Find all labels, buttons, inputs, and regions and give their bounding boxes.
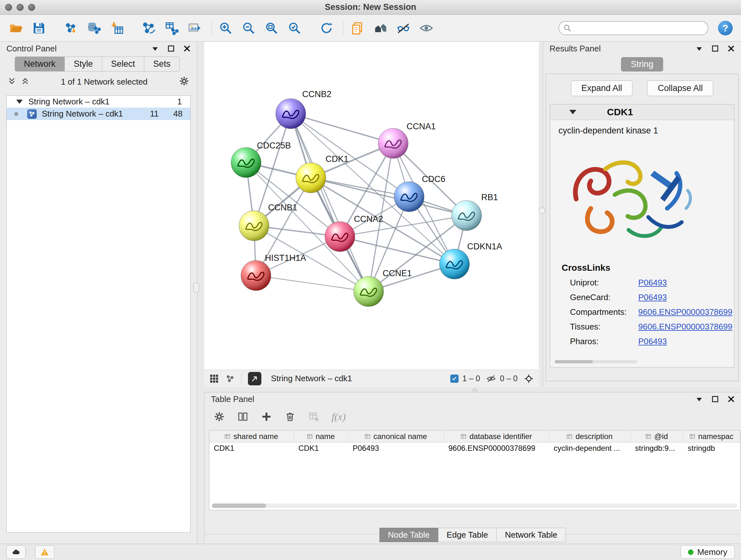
network-node-hist1h1a[interactable]: [241, 260, 271, 291]
zoom-fit-icon[interactable]: [264, 20, 279, 36]
share-network-icon[interactable]: [225, 374, 235, 383]
panel-close-icon[interactable]: [728, 45, 735, 52]
grid-layout-icon[interactable]: [209, 374, 219, 383]
bottom-splitter-handle[interactable]: [473, 388, 477, 393]
import-network-database-icon[interactable]: [86, 20, 102, 36]
results-horizontal-scrollbar[interactable]: [555, 360, 637, 363]
tab-node-table[interactable]: Node Table: [380, 528, 439, 542]
panel-close-icon[interactable]: [728, 395, 735, 402]
function-builder-icon[interactable]: f(x): [332, 411, 346, 423]
network-node-cdk1[interactable]: [296, 163, 326, 193]
network-node-cdc25b[interactable]: [231, 147, 261, 178]
panel-float-icon[interactable]: [712, 395, 719, 402]
table-horizontal-scrollbar[interactable]: [212, 503, 738, 508]
network-edge[interactable]: [291, 114, 368, 292]
zoom-out-icon[interactable]: [241, 20, 256, 36]
crosslink-link[interactable]: P06493: [638, 278, 667, 288]
import-table-icon[interactable]: [109, 20, 125, 36]
show-all-icon[interactable]: [419, 20, 434, 36]
memory-button[interactable]: Memory: [681, 545, 735, 559]
column-type-icon: [646, 432, 651, 441]
column-header-database-identifier[interactable]: database identifier: [444, 430, 549, 442]
open-in-window-button[interactable]: [248, 372, 261, 385]
network-edge[interactable]: [340, 237, 455, 264]
hide-selected-icon[interactable]: [396, 20, 411, 36]
crosshair-move-icon[interactable]: [524, 374, 534, 383]
network-node-rb1[interactable]: [452, 200, 482, 231]
column-header-description[interactable]: description: [549, 430, 630, 442]
expand-all-networks-icon[interactable]: [21, 77, 29, 86]
panel-collapse-icon[interactable]: [696, 395, 703, 402]
column-header-namespac[interactable]: namespac: [683, 430, 740, 442]
copy-document-icon[interactable]: [350, 20, 365, 36]
birds-eye-view-icon[interactable]: [373, 20, 388, 36]
panel-close-icon[interactable]: [184, 45, 191, 52]
crosslink-link[interactable]: 9606.ENSP00000378699: [638, 307, 732, 317]
panel-collapse-icon[interactable]: [696, 45, 703, 52]
help-button[interactable]: ?: [718, 21, 733, 36]
crosslink-link[interactable]: P06493: [638, 293, 667, 302]
gene-expand-icon[interactable]: [569, 110, 576, 114]
update-view-icon[interactable]: [319, 20, 334, 36]
panel-float-icon[interactable]: [167, 45, 175, 52]
network-graph[interactable]: CCNB2CCNA1CDC25BCDK1CDC6RB1CCNB1CCNA2CDK…: [204, 42, 539, 370]
search-input[interactable]: [558, 21, 709, 35]
scrollbar-thumb[interactable]: [555, 360, 593, 363]
network-collection-row[interactable]: String Network – cdk1 1: [7, 96, 190, 108]
column-header-canonical-name[interactable]: canonical name: [348, 430, 444, 442]
column-header--id[interactable]: @id: [630, 430, 683, 442]
tab-network-table[interactable]: Network Table: [496, 528, 566, 542]
column-header-shared-name[interactable]: shared name: [209, 430, 294, 442]
panel-float-icon[interactable]: [712, 45, 719, 52]
scrollbar-thumb[interactable]: [212, 503, 266, 508]
network-node-ccnb1[interactable]: [239, 211, 269, 241]
gene-section-header[interactable]: CDK1: [550, 105, 734, 120]
network-row-selected[interactable]: String Network – cdk1 11 48: [7, 108, 190, 120]
network-node-ccna2[interactable]: [325, 222, 355, 252]
new-network-selection-icon[interactable]: [141, 20, 156, 36]
tab-edge-table[interactable]: Edge Table: [438, 528, 497, 542]
table-options-gear-icon[interactable]: [213, 411, 225, 422]
tree-expand-icon[interactable]: [16, 100, 23, 104]
network-node-ccne1[interactable]: [354, 276, 384, 307]
show-columns-icon[interactable]: [237, 411, 249, 422]
right-splitter-handle[interactable]: [539, 207, 545, 214]
network-canvas[interactable]: CCNB2CCNA1CDC25BCDK1CDC6RB1CCNB1CCNA2CDK…: [204, 42, 539, 370]
save-session-icon[interactable]: [31, 20, 47, 36]
tab-select[interactable]: Select: [102, 57, 144, 71]
network-node-cdc6[interactable]: [394, 182, 424, 212]
collapse-all-button[interactable]: Collapse All: [647, 80, 713, 96]
expand-all-button[interactable]: Expand All: [571, 80, 633, 96]
warning-button[interactable]: [35, 545, 54, 559]
tab-network[interactable]: Network: [15, 57, 65, 71]
hidden-eye-icon[interactable]: [486, 374, 496, 383]
network-edge[interactable]: [291, 114, 393, 143]
network-node-ccnb2[interactable]: [276, 99, 306, 129]
zoom-in-icon[interactable]: [218, 20, 233, 36]
table-row[interactable]: CDK1CDK1P064939606.ENSP00000378699cyclin…: [209, 442, 740, 454]
cloud-status-button[interactable]: [6, 545, 25, 559]
tab-sets[interactable]: Sets: [144, 57, 180, 71]
delete-column-icon[interactable]: [284, 411, 296, 422]
selected-checkbox-icon[interactable]: [450, 374, 459, 383]
tab-string[interactable]: String: [621, 57, 663, 71]
import-network-file-icon[interactable]: [63, 20, 78, 36]
zoom-selected-icon[interactable]: [287, 20, 302, 36]
panel-collapse-icon[interactable]: [151, 45, 158, 52]
left-splitter-handle[interactable]: [193, 283, 199, 293]
tab-style[interactable]: Style: [65, 57, 102, 71]
collapse-all-networks-icon[interactable]: [8, 77, 16, 86]
network-edge[interactable]: [256, 275, 368, 292]
export-image-icon[interactable]: [187, 20, 202, 36]
add-column-icon[interactable]: [261, 411, 272, 422]
crosslink-link[interactable]: P06493: [638, 336, 667, 347]
column-header-name[interactable]: name: [294, 430, 348, 442]
memory-status-dot: [688, 550, 693, 555]
network-node-ccna1[interactable]: [378, 128, 408, 159]
crosslink-link[interactable]: 9606.ENSP00000378699: [638, 322, 732, 332]
clone-network-icon[interactable]: [164, 20, 179, 36]
network-node-cdkn1a[interactable]: [440, 249, 469, 279]
table-panel: Table Panel f(x): [204, 392, 741, 543]
open-session-icon[interactable]: [8, 20, 23, 36]
network-options-gear-icon[interactable]: [179, 76, 189, 87]
